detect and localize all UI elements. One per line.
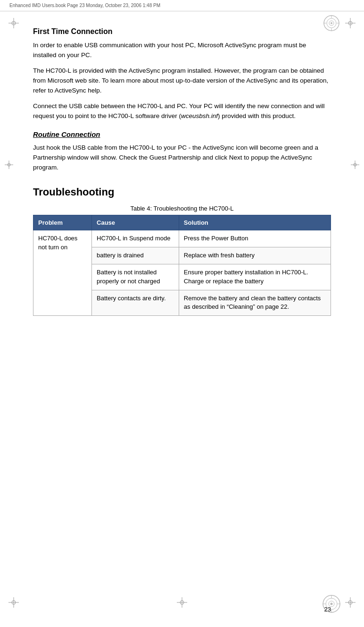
table-header-row: Problem Cause Solution: [33, 215, 331, 230]
cause-cell-2: battery is drained: [92, 247, 179, 264]
bottom-left-reg-mark: [8, 597, 19, 609]
col-header-solution: Solution: [179, 215, 331, 230]
cause-cell-3: Battery is not installed properly or not…: [92, 264, 179, 290]
right-mid-reg-mark: [351, 161, 359, 170]
italic-filename: wceusbsh.inf: [181, 112, 218, 119]
table-caption: Table 4: Troubleshooting the HC700-L: [33, 205, 331, 212]
troubleshooting-heading: Troubleshooting: [33, 186, 331, 198]
cause-cell-1: HC700-L in Suspend mode: [92, 230, 179, 247]
top-right-circle-mark: [323, 14, 340, 34]
problem-cell-1: HC700-L does not turn on: [33, 230, 92, 316]
col-header-cause: Cause: [92, 215, 179, 230]
first-time-para-3: Connect the USB cable between the HC700-…: [33, 102, 331, 121]
solution-cell-1: Press the Power Button: [179, 230, 331, 247]
first-time-connection-heading: First Time Connection: [33, 27, 331, 36]
solution-cell-4: Remove the battery and clean the battery…: [179, 290, 331, 316]
troubleshooting-table: Problem Cause Solution HC700-L does not …: [33, 215, 331, 316]
header-text: Enhanced IMD Users.book Page 23 Monday, …: [9, 3, 160, 8]
bottom-right-reg-mark: [345, 597, 356, 609]
col-header-problem: Problem: [33, 215, 92, 230]
routine-connection-heading: Routine Connection: [33, 130, 331, 138]
first-time-para-1: In order to enable USB communication wit…: [33, 41, 331, 60]
first-time-para-2: The HC700-L is provided with the ActiveS…: [33, 66, 331, 96]
top-left-reg-mark: [8, 18, 19, 30]
solution-cell-2: Replace with fresh battery: [179, 247, 331, 264]
table-row: HC700-L does not turn on HC700-L in Susp…: [33, 230, 331, 247]
svg-point-29: [331, 603, 333, 605]
page-container: Enhanced IMD Users.book Page 23 Monday, …: [0, 0, 364, 627]
solution-cell-3: Ensure proper battery installation in HC…: [179, 264, 331, 290]
svg-point-9: [331, 22, 332, 24]
bottom-center-reg-mark: [177, 597, 187, 609]
cause-cell-4: Battery contacts are dirty.: [92, 290, 179, 316]
top-right-reg-mark: [345, 18, 356, 30]
content-area: First Time Connection In order to enable…: [0, 11, 364, 354]
left-mid-reg-mark: [5, 161, 13, 170]
header-bar: Enhanced IMD Users.book Page 23 Monday, …: [0, 0, 364, 11]
page-number: 23: [324, 606, 331, 613]
routine-connection-para: Just hook the USB cable from the HC700-L…: [33, 143, 331, 173]
